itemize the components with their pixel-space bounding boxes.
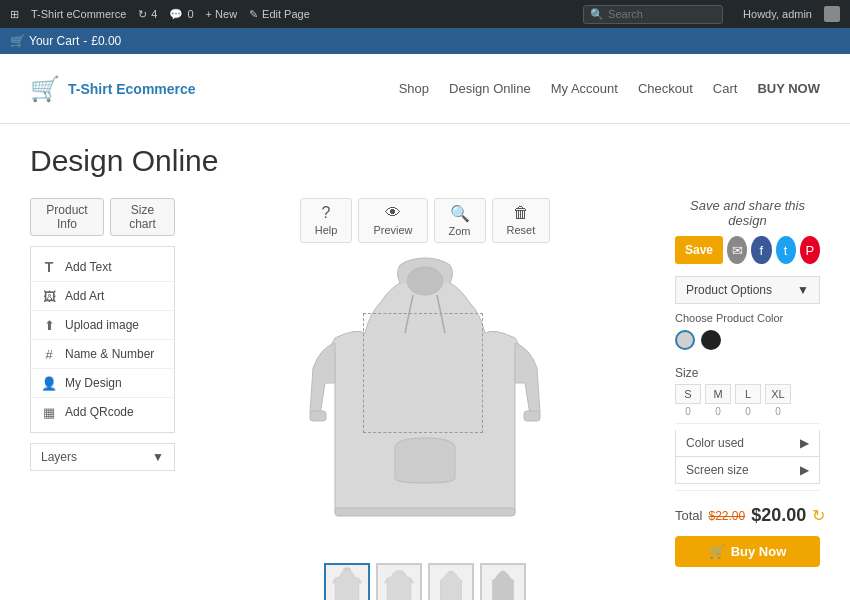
email-share-button[interactable]: ✉ bbox=[727, 236, 747, 264]
panel-buttons: Product Info Size chart bbox=[30, 198, 175, 236]
nav-my-account[interactable]: My Account bbox=[551, 81, 618, 96]
new-content[interactable]: + New bbox=[206, 8, 238, 20]
admin-bar: ⊞ T-Shirt eCommerce ↻ 4 💬 0 + New ✎ Edit… bbox=[0, 0, 850, 28]
size-section: Size S 0 M 0 L 0 XL bbox=[675, 366, 820, 417]
site-name[interactable]: T-Shirt eCommerce bbox=[31, 8, 126, 20]
cart-amount: £0.00 bbox=[91, 34, 121, 48]
qrcode-icon: ▦ bbox=[41, 404, 57, 420]
updates-icon: ↻ bbox=[138, 8, 147, 21]
nav-cart[interactable]: Cart bbox=[713, 81, 738, 96]
tool-upload-image[interactable]: ⬆ Upload image bbox=[31, 311, 174, 340]
canvas-area: ? Help 👁 Preview 🔍 Zom 🗑 Reset bbox=[195, 198, 655, 600]
color-black[interactable] bbox=[701, 330, 721, 350]
cart-label: Your Cart bbox=[29, 34, 79, 48]
color-section: Choose Product Color bbox=[675, 304, 820, 358]
size-m[interactable]: M 0 bbox=[705, 384, 731, 417]
thumb-right[interactable] bbox=[480, 563, 526, 600]
admin-search[interactable]: 🔍 bbox=[583, 5, 723, 24]
nav-shop[interactable]: Shop bbox=[399, 81, 429, 96]
nav-buy-now[interactable]: BUY NOW bbox=[757, 81, 820, 96]
main-nav: Shop Design Online My Account Checkout C… bbox=[399, 81, 820, 96]
price-new: $20.00 bbox=[751, 505, 806, 526]
front-bar: 🛒 Your Cart - £0.00 bbox=[0, 28, 850, 54]
design-area: Product Info Size chart T Add Text 🖼 Add… bbox=[30, 198, 820, 600]
size-l[interactable]: L 0 bbox=[735, 384, 761, 417]
thumbnails bbox=[324, 563, 526, 600]
svg-rect-5 bbox=[335, 508, 515, 516]
tool-name-number[interactable]: # Name & Number bbox=[31, 340, 174, 369]
size-label: Size bbox=[675, 366, 820, 380]
my-design-icon: 👤 bbox=[41, 375, 57, 391]
help-btn[interactable]: ? Help bbox=[300, 198, 353, 243]
zoom-btn[interactable]: 🔍 Zom bbox=[434, 198, 486, 243]
updates[interactable]: ↻ 4 bbox=[138, 8, 157, 21]
left-panel: Product Info Size chart T Add Text 🖼 Add… bbox=[30, 198, 175, 600]
logo-text: T-Shirt Ecommerce bbox=[68, 81, 196, 97]
zoom-label: Zom bbox=[449, 225, 471, 237]
tool-my-design[interactable]: 👤 My Design bbox=[31, 369, 174, 398]
name-number-icon: # bbox=[41, 346, 57, 362]
nav-checkout[interactable]: Checkout bbox=[638, 81, 693, 96]
tool-add-qrcode[interactable]: ▦ Add QRcode bbox=[31, 398, 174, 426]
size-chart-btn[interactable]: Size chart bbox=[110, 198, 175, 236]
tool-add-qrcode-label: Add QRcode bbox=[65, 405, 134, 419]
main-header: 🛒 T-Shirt Ecommerce Shop Design Online M… bbox=[0, 54, 850, 124]
tool-upload-label: Upload image bbox=[65, 318, 139, 332]
svg-point-0 bbox=[407, 267, 443, 295]
preview-btn[interactable]: 👁 Preview bbox=[358, 198, 427, 243]
preview-label: Preview bbox=[373, 224, 412, 236]
tool-add-text[interactable]: T Add Text bbox=[31, 253, 174, 282]
svg-rect-3 bbox=[310, 411, 326, 421]
edit-page-link[interactable]: ✎ Edit Page bbox=[249, 8, 310, 21]
tool-add-art[interactable]: 🖼 Add Art bbox=[31, 282, 174, 311]
screen-size-arrow-icon: ▶ bbox=[800, 463, 809, 477]
layers-label: Layers bbox=[41, 450, 77, 464]
logo-icon: 🛒 bbox=[30, 75, 60, 103]
reset-label: Reset bbox=[507, 224, 536, 236]
divider2 bbox=[675, 490, 820, 491]
nav-design-online[interactable]: Design Online bbox=[449, 81, 531, 96]
help-icon: ? bbox=[322, 204, 331, 222]
cart-info[interactable]: 🛒 Your Cart - £0.00 bbox=[10, 34, 121, 48]
tool-add-art-label: Add Art bbox=[65, 289, 104, 303]
site-logo[interactable]: 🛒 T-Shirt Ecommerce bbox=[30, 75, 196, 103]
product-info-btn[interactable]: Product Info bbox=[30, 198, 104, 236]
search-icon: 🔍 bbox=[590, 8, 604, 21]
color-used-accordion[interactable]: Color used ▶ bbox=[675, 430, 820, 457]
total-label: Total bbox=[675, 508, 702, 523]
color-swatches bbox=[675, 330, 820, 350]
howdy-text: Howdy, admin bbox=[743, 8, 812, 20]
color-used-arrow-icon: ▶ bbox=[800, 436, 809, 450]
buy-now-label: Buy Now bbox=[731, 544, 787, 559]
tool-list: T Add Text 🖼 Add Art ⬆ Upload image # Na… bbox=[30, 246, 175, 433]
size-xl[interactable]: XL 0 bbox=[765, 384, 791, 417]
product-options-header[interactable]: Product Options ▼ bbox=[675, 276, 820, 304]
layers-dropdown[interactable]: Layers ▼ bbox=[30, 443, 175, 471]
save-button[interactable]: Save bbox=[675, 236, 723, 264]
pinterest-share-button[interactable]: P bbox=[800, 236, 820, 264]
product-options-label: Product Options bbox=[686, 283, 772, 297]
color-used-label: Color used bbox=[686, 436, 744, 450]
twitter-share-button[interactable]: t bbox=[776, 236, 796, 264]
trash-icon: 🗑 bbox=[513, 204, 529, 222]
save-share-title: Save and share this design bbox=[675, 198, 820, 228]
thumb-back[interactable] bbox=[376, 563, 422, 600]
product-options-chevron-icon: ▼ bbox=[797, 283, 809, 297]
size-s[interactable]: S 0 bbox=[675, 384, 701, 417]
user-avatar[interactable] bbox=[824, 6, 840, 22]
zoom-icon: 🔍 bbox=[450, 204, 470, 223]
thumb-front[interactable] bbox=[324, 563, 370, 600]
screen-size-accordion[interactable]: Screen size ▶ bbox=[675, 457, 820, 484]
layers-chevron-icon: ▼ bbox=[152, 450, 164, 464]
comments[interactable]: 💬 0 bbox=[169, 8, 193, 21]
color-gray[interactable] bbox=[675, 330, 695, 350]
save-share-buttons: Save ✉ f t P bbox=[675, 236, 820, 264]
admin-search-input[interactable] bbox=[608, 8, 708, 20]
edit-icon: ✎ bbox=[249, 8, 258, 21]
reset-btn[interactable]: 🗑 Reset bbox=[492, 198, 551, 243]
buy-now-button[interactable]: 🛒 Buy Now bbox=[675, 536, 820, 567]
wp-logo[interactable]: ⊞ bbox=[10, 8, 19, 21]
buy-now-cart-icon: 🛒 bbox=[709, 544, 725, 559]
facebook-share-button[interactable]: f bbox=[751, 236, 771, 264]
thumb-left[interactable] bbox=[428, 563, 474, 600]
